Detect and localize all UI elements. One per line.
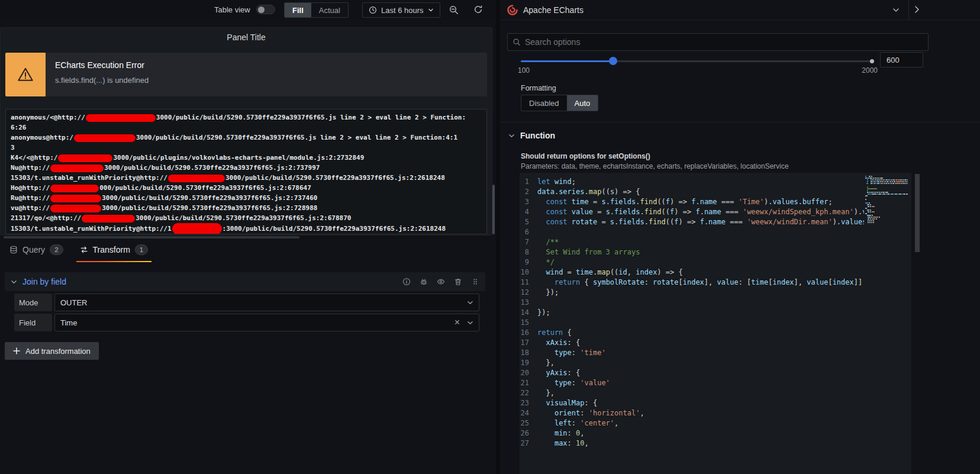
redaction-blob xyxy=(172,223,222,234)
info-icon[interactable] xyxy=(402,278,411,286)
trash-icon[interactable] xyxy=(454,278,462,286)
line-number: 1 xyxy=(520,177,537,187)
collapse-chevron-icon[interactable] xyxy=(11,279,17,285)
minimap-line xyxy=(865,185,908,186)
line-number: 2 xyxy=(520,187,537,197)
echarts-logo-icon xyxy=(507,5,518,15)
header-divider xyxy=(908,0,909,20)
code-line[interactable]: 14}); xyxy=(520,308,864,318)
chevron-down-icon[interactable] xyxy=(892,7,900,14)
slider-fill xyxy=(521,60,613,62)
code-line[interactable]: 4 const value = s.fields.find((f) => f.n… xyxy=(520,207,864,217)
drag-handle-icon[interactable] xyxy=(471,278,479,286)
panel-vertical-scrollbar[interactable] xyxy=(492,185,495,234)
chevron-down-icon xyxy=(508,133,515,139)
query-count-badge: 2 xyxy=(50,244,63,255)
minimap-line xyxy=(865,201,908,202)
editor-scrollbar-thumb[interactable] xyxy=(915,174,920,252)
code-line[interactable]: 27 max: 10, xyxy=(520,438,864,449)
minimap-line xyxy=(865,220,908,221)
line-number: 11 xyxy=(520,278,537,288)
code-line[interactable]: 12 }); xyxy=(520,288,864,298)
minimap-line xyxy=(865,218,908,220)
code-line[interactable]: 13 xyxy=(520,298,864,308)
code-line[interactable]: 24 orient: 'horizontal', xyxy=(520,408,864,418)
line-number: 12 xyxy=(520,288,537,298)
actual-button[interactable]: Actual xyxy=(311,3,348,17)
code-line[interactable]: 6 xyxy=(520,227,864,237)
code-line[interactable]: 26 min: 0, xyxy=(520,428,864,438)
clear-icon[interactable]: × xyxy=(454,318,460,327)
code-line[interactable]: 16return { xyxy=(520,328,864,338)
debug-icon[interactable] xyxy=(420,278,428,286)
slider-handle[interactable] xyxy=(609,57,617,65)
mode-select[interactable]: OUTER xyxy=(54,294,479,311)
zoom-out-icon[interactable] xyxy=(449,5,459,15)
search-input[interactable] xyxy=(525,37,923,47)
field-select[interactable]: Time × xyxy=(54,314,479,331)
minimap-line xyxy=(865,209,908,211)
code-line[interactable]: 25 left: 'center', xyxy=(520,418,864,428)
slider-value-input[interactable]: 600 xyxy=(880,52,923,67)
database-icon xyxy=(9,246,18,254)
panel-horizontal-scrollbar[interactable] xyxy=(0,236,492,239)
minimap-line xyxy=(865,178,908,179)
code-line[interactable]: 5 const rotate = s.fields.find((f) => f.… xyxy=(520,217,864,227)
transform-icon xyxy=(80,246,88,254)
redaction-blob xyxy=(74,134,136,142)
fill-button[interactable]: Fill xyxy=(285,3,311,17)
minimap-line xyxy=(865,199,908,200)
slider-max-label: 2000 xyxy=(854,66,878,75)
code-line[interactable]: 3 const time = s.fields.find((f) => f.na… xyxy=(520,197,864,207)
line-number: 21 xyxy=(520,378,537,388)
tab-transform[interactable]: Transform 1 xyxy=(80,244,149,262)
field-label: Field xyxy=(14,314,52,331)
line-number: 10 xyxy=(520,267,537,278)
code-line[interactable]: 2data.series.map((s) => { xyxy=(520,187,864,197)
minimap[interactable] xyxy=(865,176,908,224)
slider-track[interactable] xyxy=(521,60,873,62)
mode-row: Mode OUTER xyxy=(14,294,479,311)
code-line[interactable]: 1let wind; xyxy=(520,177,864,187)
eye-icon[interactable] xyxy=(437,278,445,286)
formatting-option-disabled[interactable]: Disabled xyxy=(521,95,567,111)
scrollbar-thumb[interactable] xyxy=(4,236,299,238)
clock-icon xyxy=(369,6,377,14)
transform-count-badge: 1 xyxy=(135,244,148,255)
line-number: 6 xyxy=(520,227,537,237)
formatting-option-auto[interactable]: Auto xyxy=(567,95,598,111)
code-line[interactable]: 22 }, xyxy=(520,388,864,398)
chevron-down-icon xyxy=(428,7,434,13)
line-number: 15 xyxy=(520,318,537,328)
code-editor[interactable]: 1let wind;2data.series.map((s) => {3 con… xyxy=(520,173,911,474)
transformation-title[interactable]: Join by field xyxy=(22,277,66,286)
tab-query[interactable]: Query 2 xyxy=(9,244,63,262)
code-line[interactable]: 21 type: 'value' xyxy=(520,378,864,388)
refresh-icon[interactable] xyxy=(473,5,483,14)
code-line[interactable]: 19 }, xyxy=(520,358,864,368)
line-number: 18 xyxy=(520,348,537,358)
line-number: 25 xyxy=(520,418,537,428)
code-line[interactable]: 17 xAxis: { xyxy=(520,338,864,348)
code-line[interactable]: 11 return { symbolRotate: rotate[index],… xyxy=(520,278,864,288)
code-line[interactable]: 20 yAxis: { xyxy=(520,368,864,378)
table-view-toggle[interactable] xyxy=(256,5,275,14)
function-section-header[interactable]: Function xyxy=(508,131,555,140)
redaction-blob xyxy=(58,154,112,162)
line-number: 16 xyxy=(520,328,537,338)
stack-line: 15303/t.unstable_runWithPriority@http://… xyxy=(11,173,482,183)
line-number: 19 xyxy=(520,358,537,368)
tab-query-label: Query xyxy=(22,245,45,254)
code-line[interactable]: 18 type: 'time' xyxy=(520,348,864,358)
code-line[interactable]: 7 /** xyxy=(520,237,864,247)
code-line[interactable]: 23 visualMap: { xyxy=(520,398,864,408)
code-line[interactable]: 10 wind = time.map((id, index) => { xyxy=(520,267,864,278)
time-range-picker[interactable]: Last 6 hours xyxy=(362,2,440,18)
minimap-line xyxy=(865,217,908,218)
add-transformation-button[interactable]: Add transformation xyxy=(5,342,99,360)
chevron-right-icon[interactable] xyxy=(914,5,920,14)
code-line[interactable]: 15 xyxy=(520,318,864,328)
panel-title[interactable]: Panel Title xyxy=(1,33,492,42)
code-line[interactable]: 8 Set Wind from 3 arrays xyxy=(520,247,864,257)
code-line[interactable]: 9 */ xyxy=(520,257,864,267)
